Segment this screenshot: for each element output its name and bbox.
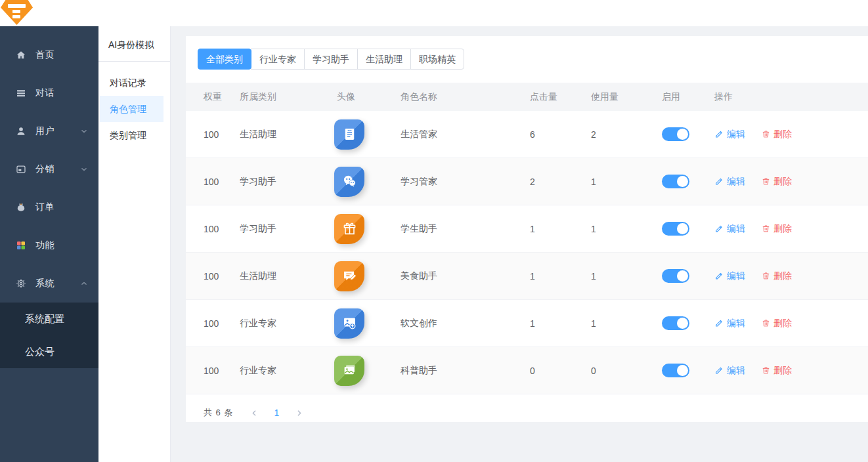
wechat-avatar-icon	[334, 167, 364, 197]
cell-clicks: 1	[530, 224, 591, 234]
delete-button[interactable]: 删除	[761, 365, 792, 377]
enable-toggle[interactable]	[662, 364, 689, 377]
sidebar-item-features-grid[interactable]: 功能	[0, 226, 98, 264]
edit-pencil-icon	[714, 224, 724, 234]
sidebar-item-home[interactable]: 首页	[0, 36, 98, 74]
secondary-nav-item[interactable]: 角色管理	[100, 96, 163, 122]
cell-usage: 1	[591, 318, 662, 329]
cell-clicks: 1	[530, 271, 591, 282]
edit-button[interactable]: 编辑	[714, 223, 745, 235]
enable-toggle[interactable]	[662, 269, 689, 283]
document-avatar-icon	[334, 119, 364, 150]
delete-button[interactable]: 删除	[761, 270, 792, 282]
category-tab[interactable]: 学习助手	[304, 49, 358, 70]
category-tab[interactable]: 职场精英	[410, 49, 464, 70]
gift-avatar-icon	[334, 214, 364, 244]
edit-button[interactable]: 编辑	[714, 270, 745, 282]
column-header: 所属类别	[240, 91, 337, 103]
delete-trash-icon	[761, 366, 771, 375]
cell-category: 学习助手	[240, 176, 337, 188]
sidebar-item-order-bag[interactable]: 订单	[0, 188, 98, 226]
gear-icon	[15, 278, 27, 289]
edit-pencil-icon	[714, 177, 724, 186]
cell-category: 行业专家	[240, 318, 337, 329]
cell-weight: 100	[204, 224, 240, 234]
sidebar-submenu-item[interactable]: 系统配置	[0, 303, 98, 335]
enable-toggle[interactable]	[662, 222, 689, 236]
secondary-nav-title: AI身份模拟	[98, 26, 170, 62]
main-content: 全部类别行业专家学习助手生活助理职场精英 权重所属类别头像角色名称点击量使用量启…	[171, 26, 868, 462]
category-tab[interactable]: 行业专家	[251, 49, 305, 70]
table-body: 100 生活助理 生活管家 6 2 编辑 删除 100 学习助手 学习管家 2 …	[186, 111, 868, 394]
edit-pencil-icon	[714, 129, 724, 139]
table-row: 100 生活助理 生活管家 6 2 编辑 删除	[186, 111, 868, 158]
delete-trash-icon	[761, 318, 771, 328]
distribution-icon	[15, 163, 27, 175]
cell-role-name: 学生助手	[401, 223, 530, 235]
cell-usage: 2	[591, 129, 662, 140]
sidebar: 首页 对话 用户 分销 订单 功能 系统 系统配置公众号	[0, 26, 98, 462]
logo-bar	[12, 10, 20, 13]
column-header: 权重	[204, 91, 240, 103]
sidebar-item-gear[interactable]: 系统	[0, 264, 98, 303]
edit-pencil-icon	[714, 271, 724, 281]
column-header: 使用量	[591, 91, 662, 103]
delete-trash-icon	[761, 271, 771, 281]
cell-category: 学习助手	[240, 223, 337, 235]
cell-category: 生活助理	[240, 129, 337, 140]
sidebar-item-distribution[interactable]: 分销	[0, 150, 98, 188]
delete-button[interactable]: 删除	[761, 318, 792, 329]
column-header: 点击量	[530, 91, 591, 103]
edit-button[interactable]: 编辑	[714, 318, 745, 329]
edit-button[interactable]: 编辑	[714, 129, 745, 140]
prev-page-button[interactable]	[245, 404, 263, 422]
pagination-total: 共 6 条	[204, 407, 233, 419]
secondary-nav-list: 对话记录角色管理类别管理	[98, 62, 170, 148]
next-page-button[interactable]	[290, 404, 308, 422]
cell-usage: 1	[591, 177, 662, 187]
secondary-nav-item[interactable]: 类别管理	[100, 122, 163, 148]
sidebar-item-user[interactable]: 用户	[0, 112, 98, 150]
delete-button[interactable]: 删除	[761, 223, 792, 235]
delete-button[interactable]: 删除	[761, 129, 792, 140]
pagination: 共 6 条 1	[204, 404, 868, 422]
column-header: 操作	[714, 91, 868, 103]
cell-weight: 100	[204, 366, 240, 376]
edit-button[interactable]: 编辑	[714, 365, 745, 377]
sidebar-submenu-item[interactable]: 公众号	[0, 335, 98, 368]
table-row: 100 行业专家 科普助手 0 0 编辑 删除	[186, 347, 868, 394]
sidebar-submenu: 系统配置公众号	[0, 303, 98, 368]
table-row: 100 行业专家 软文创作 1 1 编辑 删除	[186, 300, 868, 347]
edit-button[interactable]: 编辑	[714, 176, 745, 188]
cell-clicks: 1	[530, 318, 591, 329]
current-page-button[interactable]: 1	[267, 408, 286, 418]
sidebar-item-chat-list[interactable]: 对话	[0, 74, 98, 112]
category-tabs: 全部类别行业专家学习助手生活助理职场精英	[198, 49, 868, 70]
table-header-row: 权重所属类别头像角色名称点击量使用量启用操作	[186, 83, 868, 111]
chevron-down-icon	[80, 165, 88, 173]
secondary-nav-item[interactable]: 对话记录	[100, 70, 163, 96]
enable-toggle[interactable]	[662, 127, 689, 141]
cell-category: 行业专家	[240, 365, 337, 377]
edit-pencil-icon	[714, 366, 724, 375]
cell-usage: 1	[591, 224, 662, 234]
cell-weight: 100	[204, 271, 240, 282]
cell-role-name: 科普助手	[401, 365, 530, 377]
photos-avatar-icon	[334, 356, 364, 386]
cell-usage: 0	[591, 366, 662, 376]
delete-trash-icon	[761, 177, 771, 186]
enable-toggle[interactable]	[662, 316, 689, 330]
user-icon	[15, 125, 27, 137]
category-tab[interactable]: 全部类别	[198, 49, 251, 70]
image-upload-avatar-icon	[334, 308, 364, 339]
cell-role-name: 软文创作	[401, 318, 530, 329]
topbar	[0, 0, 868, 26]
enable-toggle[interactable]	[662, 175, 689, 188]
delete-button[interactable]: 删除	[761, 176, 792, 188]
logo-bar	[8, 4, 26, 8]
cell-clicks: 6	[530, 129, 591, 140]
column-header: 角色名称	[401, 91, 530, 103]
category-tab[interactable]: 生活助理	[357, 49, 411, 70]
cell-weight: 100	[204, 129, 240, 140]
chevron-up-icon	[80, 280, 88, 287]
